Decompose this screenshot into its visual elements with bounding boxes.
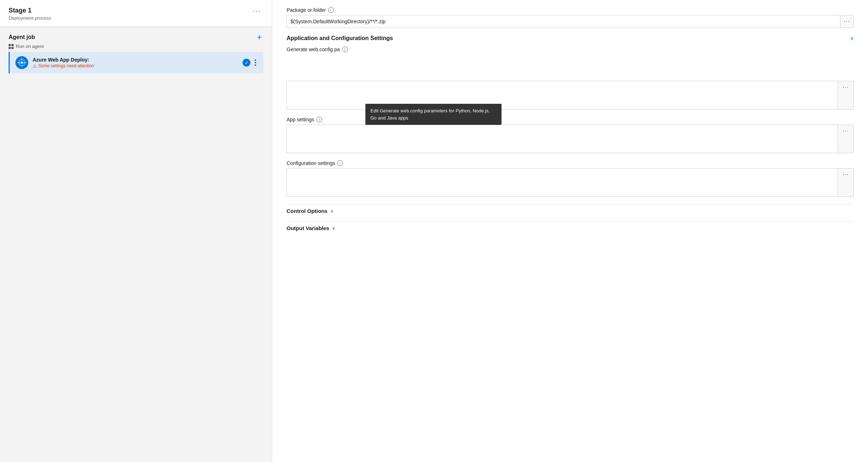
task-icon [15, 56, 28, 69]
right-panel: Package or folder i ··· Application and … [272, 0, 868, 462]
stage-title: Stage 1 [9, 6, 51, 15]
generate-webconfig-label: Generate web.config pa i [287, 47, 854, 52]
config-settings-label: Configuration settings i [287, 160, 854, 166]
task-warning-text: Some settings need attention [38, 63, 94, 68]
package-more-button[interactable]: ··· [840, 15, 854, 28]
generate-webconfig-more-button[interactable]: ··· [838, 81, 854, 110]
generate-webconfig-info-icon[interactable]: i [342, 47, 348, 52]
left-panel: Stage 1 Deployment process ··· Agent job… [0, 0, 272, 462]
agent-job-title: Agent job [9, 34, 35, 40]
package-label: Package or folder i [287, 7, 854, 13]
package-label-text: Package or folder [287, 7, 326, 13]
stage-info: Stage 1 Deployment process [9, 6, 51, 21]
config-settings-more-button[interactable]: ··· [838, 168, 854, 197]
generate-webconfig-input[interactable] [287, 81, 838, 110]
task-more-button[interactable] [253, 59, 258, 67]
app-settings-input-row: ··· [287, 125, 854, 153]
generate-webconfig-text: Generate web.config pa [287, 47, 340, 52]
agent-job-header: Agent job + [9, 33, 263, 42]
control-options-title: Control Options [287, 208, 327, 214]
task-check-icon: ✓ [243, 59, 250, 67]
config-settings-input-row: ··· [287, 168, 854, 197]
control-options-row[interactable]: Control Options ∨ [287, 204, 854, 218]
package-input-row: ··· [287, 15, 854, 28]
config-settings-info-icon[interactable]: i [337, 160, 343, 166]
app-settings-more-button[interactable]: ··· [838, 125, 854, 153]
app-config-header: Application and Configuration Settings ∧ [287, 35, 854, 42]
app-config-collapse-icon[interactable]: ∧ [850, 35, 854, 41]
app-settings-label: App settings i [287, 117, 854, 122]
app-settings-info-icon[interactable]: i [316, 117, 322, 122]
run-on-agent-icon [9, 44, 14, 49]
run-on-agent-label: Run on agent [16, 44, 44, 49]
task-name: Azure Web App Deploy: [33, 57, 238, 63]
control-options-chevron: ∨ [330, 209, 334, 214]
app-config-title: Application and Configuration Settings [287, 35, 393, 42]
warning-icon: ⚠ [33, 63, 37, 69]
package-info-icon[interactable]: i [328, 7, 334, 13]
task-info: Azure Web App Deploy: ⚠ Some settings ne… [33, 57, 238, 69]
app-settings-input[interactable] [287, 125, 838, 153]
config-settings-label-text: Configuration settings [287, 160, 335, 166]
generate-webconfig-input-row: ··· [287, 81, 854, 110]
stage-more-button[interactable]: ··· [251, 6, 263, 15]
output-variables-title: Output Variables [287, 225, 329, 231]
output-variables-chevron: ∨ [332, 226, 335, 231]
stage-header: Stage 1 Deployment process ··· [0, 0, 272, 27]
task-actions: ✓ [243, 59, 258, 67]
agent-job-subtitle: Run on agent [9, 44, 263, 49]
agent-job-section: Agent job + Run on agent [0, 27, 272, 78]
package-input[interactable] [287, 15, 840, 28]
output-variables-row[interactable]: Output Variables ∨ [287, 221, 854, 235]
stage-subtitle: Deployment process [9, 15, 51, 21]
task-warning: ⚠ Some settings need attention [33, 63, 238, 69]
app-settings-label-text: App settings [287, 117, 314, 122]
add-task-button[interactable]: + [255, 33, 263, 42]
task-item[interactable]: Azure Web App Deploy: ⚠ Some settings ne… [9, 52, 263, 73]
svg-point-2 [21, 62, 23, 64]
config-settings-input[interactable] [287, 168, 838, 197]
generate-webconfig-container: Generate web.config pa i Edit Generate w… [287, 47, 854, 52]
